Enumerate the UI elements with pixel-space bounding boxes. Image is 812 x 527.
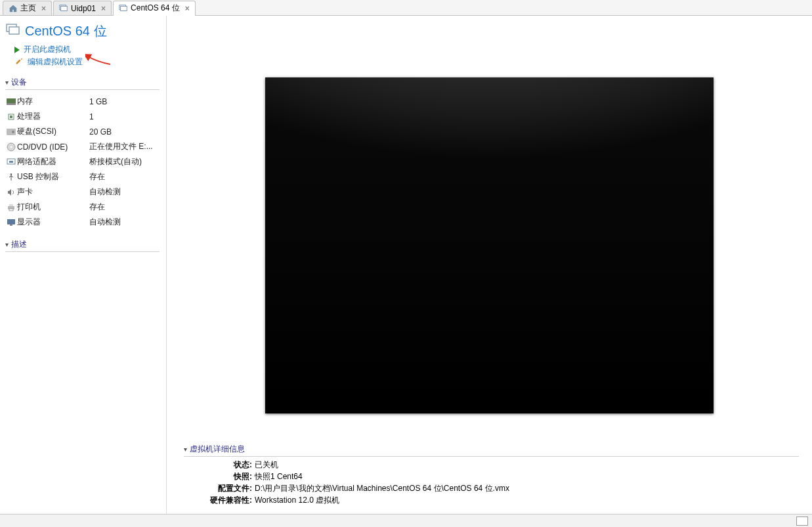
cd-icon xyxy=(5,142,17,152)
svg-rect-5 xyxy=(9,27,19,34)
memory-icon xyxy=(5,98,17,105)
edit-settings-button[interactable]: 编辑虚拟机设置 xyxy=(14,56,160,68)
hwcompat-label: 硬件兼容性: xyxy=(201,495,252,506)
monitor-icon xyxy=(59,4,68,13)
power-on-label: 开启此虚拟机 xyxy=(24,44,71,55)
snapshot-value: 快照1 Cent64 xyxy=(255,471,303,482)
svg-point-13 xyxy=(11,146,12,148)
printer-icon xyxy=(5,203,17,211)
device-row-disk[interactable]: 硬盘(SCSI)20 GB xyxy=(5,124,160,139)
svg-rect-19 xyxy=(9,209,13,211)
details-header[interactable]: ▾ 虚拟机详细信息 xyxy=(184,444,799,457)
home-icon xyxy=(9,4,18,13)
status-indicator-icon[interactable] xyxy=(796,516,808,526)
svg-rect-7 xyxy=(7,103,16,105)
svg-point-16 xyxy=(11,173,12,175)
tab-home[interactable]: 主页 × xyxy=(3,1,52,15)
svg-rect-15 xyxy=(9,161,13,163)
svg-point-11 xyxy=(12,131,14,133)
device-row-memory[interactable]: 内存1 GB xyxy=(5,94,160,109)
device-row-display[interactable]: 显示器自动检测 xyxy=(5,215,160,230)
preview-gloss xyxy=(265,77,714,413)
hwcompat-value: Workstation 12.0 虚拟机 xyxy=(255,495,339,506)
vm-icon xyxy=(5,22,21,40)
tab-label: 主页 xyxy=(20,3,36,14)
tab-label: CentOS 64 位 xyxy=(131,3,180,14)
network-icon xyxy=(5,158,17,166)
monitor-icon xyxy=(119,4,128,13)
vm-title: CentOS 64 位 xyxy=(25,22,107,40)
caret-down-icon: ▾ xyxy=(184,446,187,453)
config-label: 配置文件: xyxy=(201,483,252,494)
devices-title: 设备 xyxy=(11,77,27,88)
sidebar: CentOS 64 位 开启此虚拟机 编辑虚拟机设置 ▾ 设备 内存1 GB 处… xyxy=(0,16,167,527)
device-row-sound[interactable]: 声卡自动检测 xyxy=(5,184,160,200)
status-bar xyxy=(0,514,812,527)
wrench-icon xyxy=(14,56,24,68)
caret-down-icon: ▾ xyxy=(5,79,9,86)
close-icon[interactable]: × xyxy=(185,4,190,13)
svg-rect-1 xyxy=(61,6,68,11)
device-row-printer[interactable]: 打印机存在 xyxy=(5,200,160,215)
vm-title-row: CentOS 64 位 xyxy=(5,22,160,40)
tab-uidp01[interactable]: Uidp01 × xyxy=(53,1,112,15)
vm-preview[interactable] xyxy=(265,77,714,413)
device-row-net[interactable]: 网络适配器桥接模式(自动) xyxy=(5,154,160,169)
devices-table: 内存1 GB 处理器1 硬盘(SCSI)20 GB CD/DVD (IDE)正在… xyxy=(5,94,160,230)
device-row-cd[interactable]: CD/DVD (IDE)正在使用文件 E:... xyxy=(5,139,160,154)
config-value: D:\用户目录\我的文档\Virtual Machines\CentOS 64 … xyxy=(255,483,509,494)
usb-icon xyxy=(5,173,17,181)
close-icon[interactable]: × xyxy=(41,4,46,13)
play-icon xyxy=(14,47,20,53)
power-on-button[interactable]: 开启此虚拟机 xyxy=(14,44,160,55)
sound-icon xyxy=(5,188,17,196)
svg-rect-18 xyxy=(9,204,13,206)
tab-label: Uidp01 xyxy=(71,4,96,13)
cpu-icon xyxy=(5,112,17,121)
snapshot-label: 快照: xyxy=(201,471,252,482)
svg-rect-20 xyxy=(7,219,15,224)
devices-header[interactable]: ▾ 设备 xyxy=(5,77,160,90)
device-row-usb[interactable]: USB 控制器存在 xyxy=(5,169,160,184)
svg-rect-21 xyxy=(10,224,12,226)
edit-label: 编辑虚拟机设置 xyxy=(28,56,83,68)
close-icon[interactable]: × xyxy=(101,4,106,13)
devices-section: ▾ 设备 内存1 GB 处理器1 硬盘(SCSI)20 GB CD/DVD (I… xyxy=(5,77,160,230)
state-value: 已关机 xyxy=(255,459,278,471)
description-title: 描述 xyxy=(11,239,27,250)
disk-icon xyxy=(5,129,17,135)
description-header[interactable]: ▾ 描述 xyxy=(5,239,160,252)
device-row-cpu[interactable]: 处理器1 xyxy=(5,109,160,124)
details-title: 虚拟机详细信息 xyxy=(190,444,245,455)
tab-bar: 主页 × Uidp01 × CentOS 64 位 × xyxy=(0,0,812,16)
tab-centos[interactable]: CentOS 64 位 × xyxy=(113,1,196,15)
svg-rect-9 xyxy=(10,116,12,118)
svg-rect-6 xyxy=(7,98,16,103)
display-icon xyxy=(5,219,17,226)
svg-rect-3 xyxy=(121,6,127,11)
description-section: ▾ 描述 xyxy=(5,239,160,252)
state-label: 状态: xyxy=(201,459,252,471)
vm-details: ▾ 虚拟机详细信息 状态:已关机 快照:快照1 Cent64 配置文件:D:\用… xyxy=(184,444,799,507)
caret-down-icon: ▾ xyxy=(5,241,9,248)
